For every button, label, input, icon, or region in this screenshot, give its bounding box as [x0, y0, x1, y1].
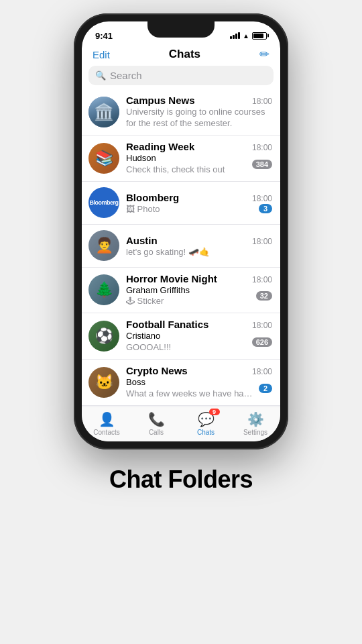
list-item[interactable]: Crypto News 18:00 BossWhat a few weeks w…: [82, 360, 280, 406]
chat-time: 18:00: [252, 143, 272, 152]
calls-icon: 📞: [148, 411, 165, 427]
battery-icon: [252, 32, 267, 40]
chat-name: Campus News: [126, 95, 195, 106]
list-item[interactable]: Austin 18:00 let's go skating! 🛹🤙: [82, 225, 280, 268]
compose-button[interactable]: ✏︎: [259, 47, 269, 62]
notch: [147, 21, 215, 38]
chat-badge: 626: [252, 337, 272, 347]
chat-preview: University is going to online courses fo…: [126, 107, 272, 129]
chat-content: Football Fanatics 18:00 CristianoGOOOAL!…: [126, 319, 272, 354]
search-icon: 🔍: [95, 70, 106, 80]
list-item[interactable]: Reading Week 18:00 HudsonCheck this, che…: [82, 136, 280, 182]
chat-content: Reading Week 18:00 HudsonCheck this, che…: [126, 141, 272, 176]
status-icons: ▲: [230, 32, 267, 40]
search-placeholder: Search: [110, 70, 142, 81]
chat-name: Bloomberg: [126, 192, 179, 203]
tab-calls-label: Calls: [149, 429, 164, 436]
chats-badge: 9: [209, 409, 220, 415]
wifi-icon: ▲: [243, 32, 249, 40]
chat-preview: let's go skating! 🛹🤙: [126, 247, 272, 257]
avatar: [88, 367, 119, 398]
chat-list: Campus News 18:00 University is going to…: [82, 89, 280, 407]
chat-preview: BossWhat a few weeks we have had 📈: [126, 377, 256, 400]
nav-bar: Edit Chats ✏︎: [82, 46, 280, 66]
chat-preview: 🖼 Photo: [126, 204, 256, 214]
tab-contacts-label: Contacts: [93, 429, 119, 436]
chat-name: Crypto News: [126, 365, 188, 376]
tab-contacts[interactable]: 👤 Contacts: [82, 411, 131, 436]
avatar: [88, 97, 119, 127]
chat-name: Austin: [126, 235, 158, 246]
chat-content: Austin 18:00 let's go skating! 🛹🤙: [126, 235, 272, 257]
chat-time: 18:00: [252, 321, 272, 330]
phone-screen: 9:41 ▲ Edit Chats ✏︎ 🔍 S: [82, 21, 280, 441]
chat-name: Reading Week: [126, 141, 194, 152]
chat-badge: 3: [259, 204, 272, 213]
chat-content: Bloomberg 18:00 🖼 Photo 3: [126, 192, 272, 214]
tab-settings[interactable]: ⚙️ Settings: [231, 411, 280, 436]
chat-time: 18:00: [252, 275, 272, 284]
signal-bars-icon: [230, 32, 240, 39]
chat-time: 18:00: [252, 194, 272, 203]
status-time: 9:41: [95, 31, 113, 41]
settings-icon: ⚙️: [247, 411, 264, 427]
chat-badge: 32: [256, 291, 272, 301]
chat-time: 18:00: [252, 97, 272, 106]
list-item[interactable]: Horror Movie Night 18:00 Graham Griffith…: [82, 268, 280, 314]
nav-title: Chats: [169, 48, 200, 61]
edit-button[interactable]: Edit: [93, 49, 110, 60]
chat-preview: HudsonCheck this, check this out: [126, 153, 249, 176]
chat-name: Football Fanatics: [126, 319, 208, 330]
avatar: Bloomberg: [88, 187, 119, 218]
chat-time: 18:00: [252, 367, 272, 376]
list-item[interactable]: Bloomberg Bloomberg 18:00 🖼 Photo 3: [82, 182, 280, 225]
chat-content: Horror Movie Night 18:00 Graham Griffith…: [126, 273, 272, 308]
contacts-icon: 👤: [99, 411, 115, 427]
list-item[interactable]: Football Fanatics 18:00 CristianoGOOOAL!…: [82, 313, 280, 360]
avatar: [88, 230, 119, 261]
tab-chats-label: Chats: [197, 429, 215, 436]
tab-bar: 👤 Contacts 📞 Calls 💬 9 Chats ⚙️ Settings: [82, 407, 280, 441]
avatar: [88, 274, 119, 305]
chat-badge: 384: [252, 160, 272, 169]
avatar: [88, 321, 119, 352]
list-item[interactable]: Campus News 18:00 University is going to…: [82, 89, 280, 136]
chat-content: Campus News 18:00 University is going to…: [126, 95, 272, 129]
page-title: Chat Folders: [109, 466, 253, 494]
tab-settings-label: Settings: [243, 429, 267, 436]
chat-name: Horror Movie Night: [126, 273, 217, 284]
tab-calls[interactable]: 📞 Calls: [131, 411, 181, 436]
chat-preview: Graham Griffiths🕹 Sticker: [126, 285, 253, 308]
chat-badge: 2: [259, 384, 272, 393]
chat-time: 18:00: [252, 237, 272, 246]
avatar: [88, 143, 119, 174]
tab-chats-badge-container: 💬 9: [198, 411, 215, 427]
tab-chats[interactable]: 💬 9 Chats: [181, 411, 231, 436]
chat-preview: CristianoGOOOAL!!!: [126, 331, 249, 354]
search-bar[interactable]: 🔍 Search: [88, 66, 274, 85]
chat-content: Crypto News 18:00 BossWhat a few weeks w…: [126, 365, 272, 400]
phone-frame: 9:41 ▲ Edit Chats ✏︎ 🔍 S: [74, 13, 288, 449]
